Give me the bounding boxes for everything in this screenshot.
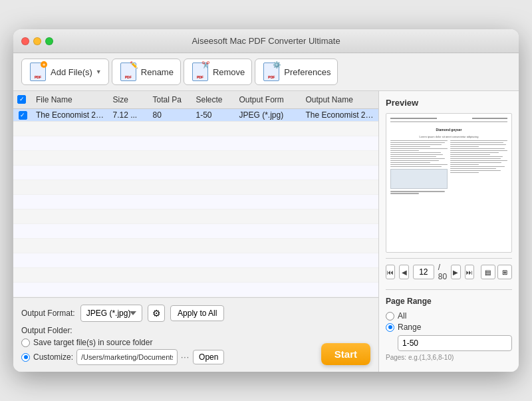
preview-col-left bbox=[390, 140, 448, 196]
row-checkbox-cell bbox=[13, 110, 32, 121]
output-folder-label: Output Folder: bbox=[21, 326, 72, 335]
preview-col-right bbox=[450, 140, 507, 196]
preview-image: Diamond geyser Lorem ipsum dolor sit ame… bbox=[386, 113, 512, 253]
right-panel: Preview Diamond geyser Lorem ipsum dolor… bbox=[379, 91, 519, 372]
row-checkbox[interactable] bbox=[19, 111, 27, 120]
preview-nav: ⏮ ◀ / 80 ▶ ⏭ ▤ ⊞ bbox=[386, 258, 512, 281]
start-button[interactable]: Start bbox=[321, 343, 370, 365]
preferences-icon: PDF ⚙️ bbox=[262, 63, 281, 81]
output-format-label: Output Format: bbox=[21, 309, 75, 318]
remove-label: Remove bbox=[213, 67, 245, 77]
header-filename: File Name bbox=[32, 94, 109, 106]
preview-chart bbox=[390, 169, 448, 189]
row-size: 7.12 ... bbox=[109, 109, 149, 121]
format-select[interactable]: JPEG (*.jpg) bbox=[80, 305, 142, 322]
app-window: Aiseesoft Mac PDF Converter Ultimate PDF… bbox=[13, 29, 519, 372]
preferences-label: Preferences bbox=[284, 67, 331, 77]
current-page-input[interactable] bbox=[413, 265, 434, 279]
apply-label: Apply to All bbox=[178, 309, 217, 318]
customize-path-input[interactable] bbox=[76, 349, 178, 365]
output-format-row: Output Format: JPEG (*.jpg) ⚙ Apply to A… bbox=[21, 305, 224, 322]
add-files-label: Add File(s) bbox=[51, 67, 92, 77]
settings-icon-btn[interactable]: ⚙ bbox=[148, 305, 165, 322]
file-table: File Name Size Total Pa Selecte Output F… bbox=[13, 91, 378, 297]
fit-page-view-button[interactable]: ⊞ bbox=[497, 265, 512, 279]
header-checkbox bbox=[13, 94, 32, 106]
left-panel: File Name Size Total Pa Selecte Output F… bbox=[13, 91, 379, 372]
row-output-format: JPEG (*.jpg) bbox=[235, 109, 302, 121]
open-label: Open bbox=[199, 352, 218, 362]
bottom-row: Output Format: JPEG (*.jpg) ⚙ Apply to A… bbox=[21, 305, 370, 365]
preview-columns bbox=[390, 140, 507, 196]
empty-row bbox=[13, 122, 378, 136]
minimize-button[interactable] bbox=[33, 37, 41, 45]
output-folder-row: Output Folder: bbox=[21, 326, 224, 335]
total-pages-label: / 80 bbox=[438, 263, 447, 281]
empty-row bbox=[13, 209, 378, 224]
header-total-pages: Total Pa bbox=[149, 94, 192, 106]
empty-row bbox=[13, 166, 378, 180]
table-row[interactable]: The Economist 2023.... 7.12 ... 80 1-50 … bbox=[13, 109, 378, 122]
customize-label: Customize: bbox=[33, 352, 73, 362]
all-pages-option[interactable]: All bbox=[386, 311, 512, 321]
start-btn-container: Start bbox=[321, 343, 370, 365]
customize-row: Customize: ··· Open bbox=[21, 349, 224, 365]
rename-icon: PDF ✏️ bbox=[119, 63, 138, 81]
left-controls: Output Format: JPEG (*.jpg) ⚙ Apply to A… bbox=[21, 305, 224, 365]
preview-content: Diamond geyser Lorem ipsum dolor sit ame… bbox=[390, 118, 507, 248]
ellipsis-icon: ··· bbox=[181, 352, 190, 362]
title-bar: Aiseesoft Mac PDF Converter Ultimate bbox=[13, 29, 519, 53]
all-pages-radio[interactable] bbox=[386, 312, 394, 321]
next-page-button[interactable]: ▶ bbox=[451, 265, 460, 279]
empty-row bbox=[13, 151, 378, 166]
range-input[interactable] bbox=[398, 335, 512, 351]
empty-row bbox=[13, 268, 378, 283]
select-all-checkbox[interactable] bbox=[17, 95, 26, 104]
table-header: File Name Size Total Pa Selecte Output F… bbox=[13, 91, 378, 109]
main-content: File Name Size Total Pa Selecte Output F… bbox=[13, 91, 519, 372]
header-output-format: Output Form bbox=[235, 94, 302, 106]
apply-to-all-button[interactable]: Apply to All bbox=[170, 305, 224, 321]
header-selected: Selecte bbox=[192, 94, 235, 106]
preview-label: Preview bbox=[386, 98, 512, 108]
maximize-button[interactable] bbox=[45, 37, 53, 45]
add-files-button[interactable]: PDF + Add File(s) ▼ bbox=[21, 59, 109, 85]
last-page-button[interactable]: ⏭ bbox=[465, 265, 474, 279]
row-selected: 1-50 bbox=[192, 109, 235, 121]
open-button[interactable]: Open bbox=[193, 350, 224, 364]
toolbar: PDF + Add File(s) ▼ PDF ✏️ Rename PDF ✂️ bbox=[13, 53, 519, 91]
traffic-lights bbox=[21, 37, 53, 45]
prev-page-button[interactable]: ◀ bbox=[399, 265, 408, 279]
rename-label: Rename bbox=[141, 67, 174, 77]
remove-icon: PDF ✂️ bbox=[191, 63, 209, 81]
remove-button[interactable]: PDF ✂️ Remove bbox=[184, 59, 252, 85]
range-hint: Pages: e.g.(1,3,6,8-10) bbox=[386, 354, 512, 361]
preferences-button[interactable]: PDF ⚙️ Preferences bbox=[255, 59, 338, 85]
empty-row bbox=[13, 239, 378, 253]
first-page-button[interactable]: ⏮ bbox=[386, 265, 395, 279]
empty-row bbox=[13, 136, 378, 151]
row-total-pages: 80 bbox=[149, 109, 192, 121]
all-pages-label: All bbox=[398, 311, 406, 321]
range-option[interactable]: Range bbox=[386, 323, 512, 332]
close-button[interactable] bbox=[21, 37, 29, 45]
empty-row bbox=[13, 195, 378, 209]
save-source-option[interactable]: Save target file(s) in source folder bbox=[21, 338, 224, 347]
empty-row bbox=[13, 180, 378, 195]
customize-radio[interactable] bbox=[21, 353, 30, 362]
range-radio[interactable] bbox=[386, 323, 394, 332]
save-source-label: Save target file(s) in source folder bbox=[33, 338, 152, 347]
window-title: Aiseesoft Mac PDF Converter Ultimate bbox=[192, 36, 340, 46]
header-size: Size bbox=[109, 94, 149, 106]
empty-row bbox=[13, 224, 378, 239]
start-label: Start bbox=[334, 348, 357, 360]
row-filename: The Economist 2023.... bbox=[32, 109, 109, 121]
save-source-radio[interactable] bbox=[21, 338, 30, 347]
add-files-icon: PDF + bbox=[29, 63, 47, 81]
range-label: Range bbox=[398, 323, 421, 332]
dropdown-arrow-icon: ▼ bbox=[96, 68, 102, 75]
rename-button[interactable]: PDF ✏️ Rename bbox=[112, 59, 181, 85]
single-page-view-button[interactable]: ▤ bbox=[481, 265, 495, 279]
filler-rows bbox=[13, 122, 378, 297]
empty-row bbox=[13, 253, 378, 268]
